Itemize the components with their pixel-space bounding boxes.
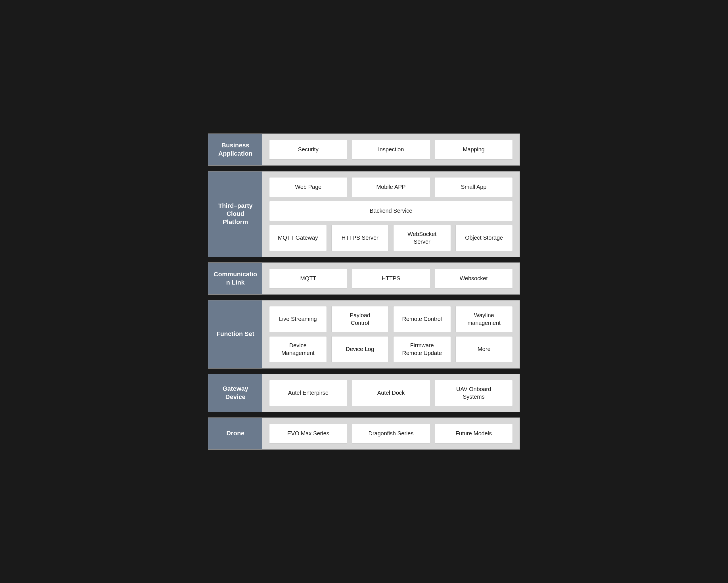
card-live-streaming: Live Streaming [269, 306, 327, 332]
card-websocket-server: WebSocket Server [393, 225, 451, 251]
row-drone: DroneEVO Max SeriesDragonfish SeriesFutu… [208, 417, 520, 450]
card-remote-control: Remote Control [393, 306, 451, 332]
row-label-gateway-device: Gateway Device [208, 374, 262, 412]
card-uav-onboard: UAV Onboard Systems [435, 380, 513, 406]
row-third-party-cloud: Third–party Cloud PlatformWeb PageMobile… [208, 171, 520, 257]
row-content-communication-link: MQTTHTTPSWebsocket [262, 263, 520, 294]
card-future-models: Future Models [435, 424, 513, 443]
cards-row-function-set-0: Live StreamingPayload ControlRemote Cont… [269, 306, 513, 332]
row-label-drone: Drone [208, 418, 262, 449]
card-mapping: Mapping [435, 140, 513, 159]
card-mqtt-gateway: MQTT Gateway [269, 225, 327, 251]
card-mqtt: MQTT [269, 269, 347, 288]
row-content-function-set: Live StreamingPayload ControlRemote Cont… [262, 300, 520, 368]
card-backend-service: Backend Service [269, 201, 513, 221]
card-https-server: HTTPS Server [331, 225, 389, 251]
card-more: More [456, 336, 513, 362]
row-communication-link: Communicatio n LinkMQTTHTTPSWebsocket [208, 262, 520, 295]
card-object-storage: Object Storage [456, 225, 513, 251]
row-label-communication-link: Communicatio n Link [208, 263, 262, 294]
card-web-page: Web Page [269, 177, 347, 197]
row-content-third-party-cloud: Web PageMobile APPSmall AppBackend Servi… [262, 172, 520, 257]
cards-row-function-set-1: Device ManagementDevice LogFirmware Remo… [269, 336, 513, 362]
card-device-management: Device Management [269, 336, 327, 362]
card-autel-enterprise: Autel Enterpirse [269, 380, 347, 406]
row-content-business-application: SecurityInspectionMapping [262, 134, 520, 165]
card-payload-control: Payload Control [331, 306, 389, 332]
row-gateway-device: Gateway DeviceAutel EnterpirseAutel Dock… [208, 374, 520, 412]
cards-row-communication-link-0: MQTTHTTPSWebsocket [269, 269, 513, 288]
card-autel-dock: Autel Dock [352, 380, 430, 406]
card-dragonfish: Dragonfish Series [352, 424, 430, 443]
row-label-third-party-cloud: Third–party Cloud Platform [208, 172, 262, 257]
row-label-function-set: Function Set [208, 300, 262, 368]
card-websocket: Websocket [435, 269, 513, 288]
card-evo-max: EVO Max Series [269, 424, 347, 443]
card-mobile-app: Mobile APP [352, 177, 430, 197]
row-label-business-application: Business Application [208, 134, 262, 165]
row-content-drone: EVO Max SeriesDragonfish SeriesFuture Mo… [262, 418, 520, 449]
card-small-app: Small App [435, 177, 513, 197]
card-security: Security [269, 140, 347, 159]
cards-row-third-party-cloud-1: Backend Service [269, 201, 513, 221]
cards-row-business-application-0: SecurityInspectionMapping [269, 140, 513, 159]
row-business-application: Business ApplicationSecurityInspectionMa… [208, 133, 520, 166]
cards-row-third-party-cloud-0: Web PageMobile APPSmall App [269, 177, 513, 197]
card-wayline-management: Wayline management [456, 306, 513, 332]
cards-row-drone-0: EVO Max SeriesDragonfish SeriesFuture Mo… [269, 424, 513, 443]
card-device-log: Device Log [331, 336, 389, 362]
cards-row-third-party-cloud-2: MQTT GatewayHTTPS ServerWebSocket Server… [269, 225, 513, 251]
card-firmware-remote-update: Firmware Remote Update [393, 336, 451, 362]
card-inspection: Inspection [352, 140, 430, 159]
architecture-diagram: Business ApplicationSecurityInspectionMa… [208, 133, 520, 450]
card-https: HTTPS [352, 269, 430, 288]
row-content-gateway-device: Autel EnterpirseAutel DockUAV Onboard Sy… [262, 374, 520, 412]
cards-row-gateway-device-0: Autel EnterpirseAutel DockUAV Onboard Sy… [269, 380, 513, 406]
row-function-set: Function SetLive StreamingPayload Contro… [208, 300, 520, 369]
